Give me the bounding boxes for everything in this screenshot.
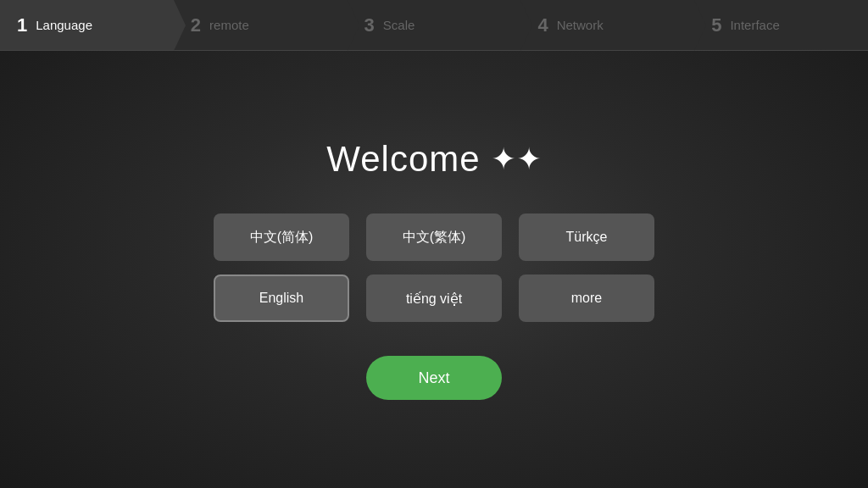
lang-btn-more[interactable]: more — [519, 274, 654, 322]
stepper: 1Language2remote3Scale4Network5Interface — [0, 0, 868, 51]
step-number-4: 4 — [537, 14, 548, 36]
step-label-network: Network — [557, 18, 604, 32]
lang-btn-trke[interactable]: Türkçe — [519, 214, 654, 261]
lang-btn-tingvit[interactable]: tiếng việt — [366, 274, 502, 322]
step-network[interactable]: 4Network — [520, 0, 694, 50]
step-number-3: 3 — [364, 14, 375, 36]
lang-btn-[interactable]: 中文(繁体) — [366, 214, 502, 261]
step-scale[interactable]: 3Scale — [348, 0, 521, 50]
sparkle-icon: ✦✦ — [491, 141, 542, 177]
lang-btn-[interactable]: 中文(简体) — [214, 214, 349, 261]
step-label-remote: remote — [209, 18, 249, 32]
next-button[interactable]: Next — [366, 356, 502, 400]
step-remote[interactable]: 2remote — [174, 0, 348, 50]
step-language[interactable]: 1Language — [0, 0, 174, 50]
step-number-5: 5 — [711, 14, 721, 36]
language-grid: 中文(简体)中文(繁体)TürkçeEnglishtiếng việtmore — [214, 214, 654, 322]
step-interface[interactable]: 5Interface — [694, 0, 868, 50]
main-content: Welcome ✦✦ 中文(简体)中文(繁体)TürkçeEnglishtiến… — [0, 51, 868, 488]
step-label-scale: Scale — [383, 18, 415, 32]
step-label-language: Language — [36, 18, 92, 32]
welcome-heading: Welcome ✦✦ — [326, 139, 541, 180]
lang-btn-english[interactable]: English — [214, 274, 349, 322]
step-number-2: 2 — [191, 14, 201, 36]
step-label-interface: Interface — [730, 18, 779, 32]
step-number-1: 1 — [17, 14, 27, 36]
welcome-title: Welcome — [326, 139, 480, 180]
